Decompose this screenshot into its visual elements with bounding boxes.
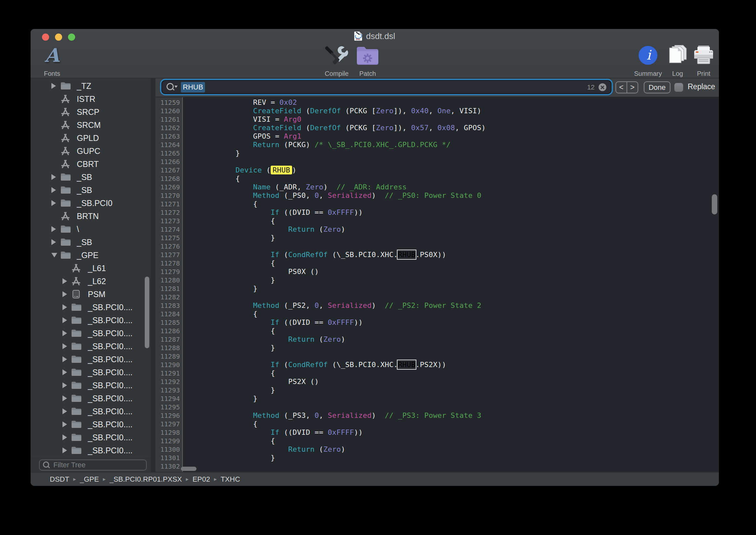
disclosure-right-icon[interactable] xyxy=(63,356,67,362)
done-button[interactable]: Done xyxy=(644,81,670,94)
code-line[interactable] xyxy=(201,403,719,411)
breadcrumb-item[interactable]: TXHC xyxy=(221,475,240,484)
sidebar-divider[interactable] xyxy=(150,78,155,472)
disclosure-right-icon[interactable] xyxy=(63,447,67,453)
tree-row-_gpe[interactable]: _GPE xyxy=(31,249,150,262)
code-line[interactable] xyxy=(201,242,719,251)
code-line[interactable]: { xyxy=(201,369,719,378)
disclosure-right-icon[interactable] xyxy=(63,278,67,284)
code-line[interactable]: } xyxy=(201,149,719,157)
tree-row-_l61[interactable]: _L61 xyxy=(31,262,150,275)
tree-row-brtn[interactable]: BRTN xyxy=(31,210,150,223)
code-line[interactable]: If ((DVID == 0xFFFF)) xyxy=(201,428,719,437)
tree-row-_sbpci0[interactable]: _SB.PCI0.... xyxy=(31,431,150,444)
code-line[interactable]: } xyxy=(201,386,719,394)
tree-row-gupc[interactable]: GUPC xyxy=(31,145,150,157)
code-line[interactable]: GPOS = Arg1 xyxy=(201,132,719,141)
tree-row-psm[interactable]: PSM xyxy=(31,288,150,301)
code-line[interactable]: { xyxy=(201,310,719,318)
code-line[interactable]: Return (Zero) xyxy=(201,335,719,344)
tree-row-_sbpci0[interactable]: _SB.PCI0.... xyxy=(31,340,150,353)
disclosure-right-icon[interactable] xyxy=(63,435,67,440)
editor-hscrollbar-thumb[interactable] xyxy=(181,467,197,471)
tree-row-_sbpci0[interactable]: _SB.PCI0 xyxy=(31,197,150,210)
code-line[interactable]: PS2X () xyxy=(201,378,719,386)
code-line[interactable] xyxy=(201,352,719,361)
disclosure-right-icon[interactable] xyxy=(51,174,56,180)
code-line[interactable]: Return (Zero) xyxy=(201,445,719,454)
tree-row-_sb[interactable]: _SB xyxy=(31,183,150,197)
disclosure-right-icon[interactable] xyxy=(51,239,56,245)
tree-row-_sb[interactable]: _SB xyxy=(31,236,150,249)
code-line[interactable]: } xyxy=(201,234,719,242)
disclosure-right-icon[interactable] xyxy=(63,317,67,323)
code-line[interactable]: If ((DVID == 0xFFFF)) xyxy=(201,318,719,327)
breadcrumb-item[interactable]: DSDT xyxy=(50,475,69,484)
tree-row-_sbpci0[interactable]: _SB.PCI0.... xyxy=(31,405,150,418)
disclosure-right-icon[interactable] xyxy=(63,421,67,427)
disclosure-right-icon[interactable] xyxy=(63,330,67,336)
disclosure-right-icon[interactable] xyxy=(63,291,67,297)
disclosure-right-icon[interactable] xyxy=(51,200,56,206)
tree-row-cbrt[interactable]: CBRT xyxy=(31,157,150,171)
code-line[interactable]: } xyxy=(201,284,719,293)
tree-row-_sbpci0[interactable]: _SB.PCI0.... xyxy=(31,392,150,405)
code-line[interactable] xyxy=(201,293,719,301)
code-line[interactable]: } xyxy=(201,454,719,462)
code-line[interactable]: Return (PCKG) /* \_SB_.PCI0.XHC_.GPLD.PC… xyxy=(201,141,719,149)
patch-toolbar-button[interactable]: Patch xyxy=(343,42,392,77)
code-line[interactable]: } xyxy=(201,344,719,352)
replace-checkbox[interactable] xyxy=(674,83,683,92)
code-line[interactable]: Name (_ADR, Zero) // _ADR: Address xyxy=(201,183,719,191)
find-next-button[interactable]: > xyxy=(627,82,637,93)
tree-row-istr[interactable]: ISTR xyxy=(31,93,150,105)
search-menu-icon[interactable] xyxy=(167,83,175,92)
tree-row-_sbpci0[interactable]: _SB.PCI0.... xyxy=(31,379,150,392)
tree-row-srcp[interactable]: SRCP xyxy=(31,105,150,119)
code-line[interactable]: Method (_PS0, 0, Serialized) // _PS0: Po… xyxy=(201,191,719,200)
breadcrumb-item[interactable]: EP02 xyxy=(193,475,210,484)
code-line[interactable]: { xyxy=(201,259,719,268)
tree-row-srcm[interactable]: SRCM xyxy=(31,119,150,131)
clear-search-icon[interactable] xyxy=(599,83,607,91)
code-line[interactable]: CreateField (DerefOf (PCKG [Zero]), 0x57… xyxy=(201,124,719,132)
disclosure-right-icon[interactable] xyxy=(51,226,56,232)
tree-row-_l62[interactable]: _L62 xyxy=(31,275,150,288)
code-line[interactable]: If (CondRefOf (\_SB.PCI0.XHC.RHUB.PS0X)) xyxy=(201,251,719,259)
code-line[interactable]: If ((DVID == 0xFFFF)) xyxy=(201,208,719,217)
tree-row-_sbpci0[interactable]: _SB.PCI0.... xyxy=(31,353,150,366)
tree-row-_tz[interactable]: _TZ xyxy=(31,79,150,93)
code-line[interactable]: Method (_PS3, 0, Serialized) // _PS3: Po… xyxy=(201,411,719,420)
code-line[interactable]: { xyxy=(201,327,719,335)
find-field[interactable]: RHUB 12 xyxy=(162,81,611,94)
code-line[interactable]: REV = 0x02 xyxy=(201,98,719,107)
code-line[interactable]: } xyxy=(201,394,719,403)
code-area[interactable]: REV = 0x02 CreateField (DerefOf (PCKG [Z… xyxy=(183,97,719,472)
disclosure-right-icon[interactable] xyxy=(63,304,67,310)
code-line[interactable]: { xyxy=(201,217,719,225)
tree-row-_sbpci0[interactable]: _SB.PCI0.... xyxy=(31,366,150,379)
code-line[interactable]: CreateField (DerefOf (PCKG [Zero]), 0x40… xyxy=(201,107,719,115)
code-line[interactable]: If (CondRefOf (\_SB.PCI0.XHC.RHUB.PS2X)) xyxy=(201,361,719,369)
disclosure-right-icon[interactable] xyxy=(63,382,67,388)
print-toolbar-button[interactable]: Print xyxy=(679,42,719,77)
code-line[interactable]: PS0X () xyxy=(201,268,719,276)
filter-tree-input[interactable]: Filter Tree xyxy=(39,460,147,470)
disclosure-right-icon[interactable] xyxy=(51,187,56,193)
disclosure-right-icon[interactable] xyxy=(63,408,67,414)
breadcrumb-item[interactable]: _SB.PCI0.RP01.PXSX xyxy=(110,475,182,484)
code-line[interactable]: Method (_PS2, 0, Serialized) // _PS2: Po… xyxy=(201,301,719,310)
code-line[interactable]: { xyxy=(201,200,719,208)
disclosure-right-icon[interactable] xyxy=(63,395,67,401)
tree-row-_sbpci0[interactable]: _SB.PCI0.... xyxy=(31,444,150,457)
code-line[interactable]: { xyxy=(201,437,719,445)
editor-vscrollbar-thumb[interactable] xyxy=(712,194,717,214)
sidebar-scrollbar-thumb[interactable] xyxy=(145,277,149,348)
breadcrumb-item[interactable]: _GPE xyxy=(80,475,99,484)
code-line[interactable]: Return (Zero) xyxy=(201,225,719,234)
tree-row-_sb[interactable]: _SB xyxy=(31,171,150,183)
find-previous-button[interactable]: < xyxy=(616,82,627,93)
code-line[interactable]: { xyxy=(201,174,719,183)
code-line[interactable]: } xyxy=(201,276,719,284)
fonts-toolbar-button[interactable]: AFonts xyxy=(31,42,76,77)
